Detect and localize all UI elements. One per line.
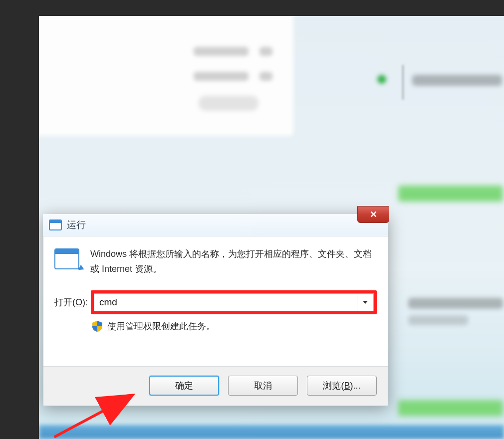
bg-green-bar bbox=[398, 186, 503, 202]
chevron-down-icon bbox=[363, 301, 368, 304]
open-label: 打开(O): bbox=[54, 296, 88, 308]
dropdown-button[interactable] bbox=[357, 293, 374, 311]
button-bar: 确定 取消 浏览(B)... bbox=[43, 366, 388, 406]
ok-button[interactable]: 确定 bbox=[149, 376, 219, 396]
cancel-button[interactable]: 取消 bbox=[228, 376, 298, 396]
open-label-suffix: ): bbox=[82, 297, 88, 307]
browse-hotkey: B bbox=[344, 381, 350, 391]
desktop-background: 运行 ✕ Windows 将根据您所输入的名称，为您打开相应的程序、文件夹、文档… bbox=[39, 16, 504, 439]
open-input[interactable] bbox=[94, 293, 357, 311]
description-row: Windows 将根据您所输入的名称，为您打开相应的程序、文件夹、文档或 Int… bbox=[54, 246, 377, 276]
run-title: 运行 bbox=[67, 219, 86, 231]
bg-divider bbox=[402, 65, 404, 100]
run-description: Windows 将根据您所输入的名称，为您打开相应的程序、文件夹、文档或 Int… bbox=[90, 246, 377, 276]
admin-note-text: 使用管理权限创建此任务。 bbox=[107, 320, 215, 332]
browse-prefix: 浏览( bbox=[323, 381, 344, 391]
outer-frame: 运行 ✕ Windows 将根据您所输入的名称，为您打开相应的程序、文件夹、文档… bbox=[0, 0, 504, 439]
open-row: 打开(O): bbox=[54, 290, 377, 314]
run-dialog: 运行 ✕ Windows 将根据您所输入的名称，为您打开相应的程序、文件夹、文档… bbox=[43, 214, 388, 406]
open-combobox-highlight bbox=[91, 290, 377, 314]
bg-blur-line bbox=[259, 47, 272, 56]
bg-green-bar bbox=[398, 400, 503, 416]
close-icon: ✕ bbox=[370, 209, 377, 220]
open-label-prefix: 打开( bbox=[54, 297, 75, 307]
browse-button[interactable]: 浏览(B)... bbox=[307, 376, 377, 396]
close-button[interactable]: ✕ bbox=[357, 206, 389, 223]
taskbar-blur bbox=[39, 425, 504, 439]
open-label-hotkey: O bbox=[75, 297, 82, 307]
bg-blur-line bbox=[194, 72, 249, 81]
admin-note-row: 使用管理权限创建此任务。 bbox=[92, 320, 377, 332]
run-titlebar[interactable]: 运行 ✕ bbox=[43, 214, 388, 236]
run-program-icon bbox=[54, 248, 79, 269]
run-title-icon bbox=[49, 220, 62, 230]
shield-icon bbox=[92, 321, 102, 332]
browse-suffix: )... bbox=[350, 381, 361, 391]
bg-blur-line bbox=[194, 47, 249, 56]
bg-blur-line bbox=[412, 75, 502, 86]
bg-status-dot bbox=[377, 75, 386, 84]
run-body: Windows 将根据您所输入的名称，为您打开相应的程序、文件夹、文档或 Int… bbox=[43, 236, 388, 406]
bg-blur-line bbox=[408, 298, 503, 309]
bg-blur-line bbox=[408, 315, 468, 325]
bg-blur-line bbox=[259, 72, 272, 81]
bg-blur-button bbox=[199, 96, 258, 111]
bg-window-blur bbox=[39, 16, 293, 136]
